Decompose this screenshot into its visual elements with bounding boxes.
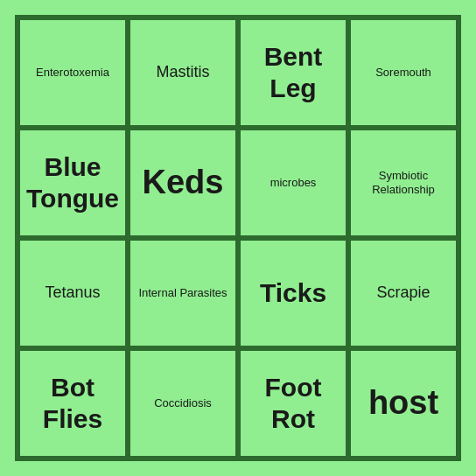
cell-text-r1c0: Blue Tongue — [24, 151, 122, 214]
cell-r3c0: Bot Flies — [18, 348, 128, 458]
cell-text-r1c2: microbes — [270, 176, 317, 190]
cell-r2c1: Internal Parasites — [128, 238, 238, 348]
cell-r0c1: Mastitis — [128, 18, 238, 128]
cell-text-r3c1: Coccidiosis — [154, 396, 212, 410]
cell-text-r1c1: Keds — [143, 163, 224, 203]
cell-r2c0: Tetanus — [18, 238, 128, 348]
cell-r1c1: Keds — [128, 128, 238, 238]
cell-r2c3: Scrapie — [348, 238, 458, 348]
cell-text-r3c0: Bot Flies — [24, 372, 122, 435]
cell-r1c0: Blue Tongue — [18, 128, 128, 238]
cell-r3c3: host — [348, 348, 458, 458]
cell-text-r2c2: Ticks — [260, 277, 326, 309]
cell-text-r3c2: Foot Rot — [244, 372, 342, 435]
cell-text-r1c3: Symbiotic Relationship — [354, 169, 452, 196]
cell-r0c3: Soremouth — [348, 18, 458, 128]
cell-r2c2: Ticks — [238, 238, 348, 348]
cell-r0c0: Enterotoxemia — [18, 18, 128, 128]
cell-text-r0c1: Mastitis — [156, 63, 209, 82]
cell-r3c1: Coccidiosis — [128, 348, 238, 458]
cell-text-r0c0: Enterotoxemia — [36, 66, 109, 80]
bingo-board: EnterotoxemiaMastitisBent LegSoremouthBl… — [15, 15, 461, 461]
cell-r1c3: Symbiotic Relationship — [348, 128, 458, 238]
cell-text-r2c0: Tetanus — [45, 284, 100, 303]
cell-text-r0c2: Bent Leg — [244, 41, 342, 104]
cell-r3c2: Foot Rot — [238, 348, 348, 458]
cell-text-r2c3: Scrapie — [376, 284, 430, 303]
cell-r1c2: microbes — [238, 128, 348, 238]
cell-r0c2: Bent Leg — [238, 18, 348, 128]
cell-text-r3c3: host — [368, 383, 438, 424]
cell-text-r2c1: Internal Parasites — [138, 286, 227, 300]
cell-text-r0c3: Soremouth — [375, 66, 431, 80]
